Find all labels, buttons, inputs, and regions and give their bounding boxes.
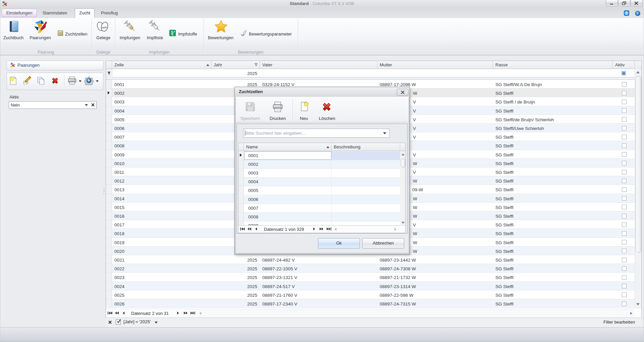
svg-text:?: ?: [637, 11, 639, 15]
